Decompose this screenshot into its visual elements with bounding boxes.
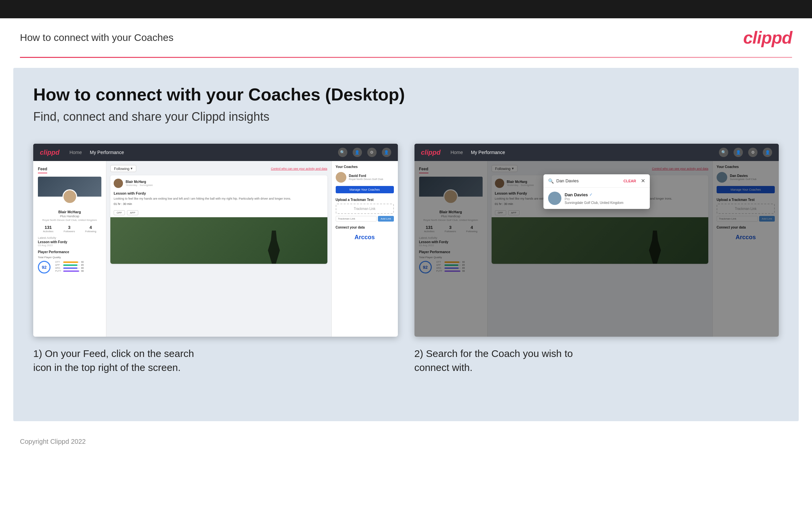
coaches-title: Your Coaches bbox=[336, 165, 394, 169]
settings-icon[interactable]: ⚙ bbox=[367, 148, 377, 157]
nav-home[interactable]: Home bbox=[69, 150, 82, 155]
result-info: Dan Davies ✓ Pro Sunningdale Golf Club, … bbox=[565, 192, 624, 205]
settings-icon-2[interactable]: ⚙ bbox=[748, 148, 758, 157]
header-divider bbox=[20, 57, 792, 58]
bar-arg: ARG 86 bbox=[55, 267, 84, 269]
connect-data-title: Connect your data bbox=[336, 225, 394, 229]
add-link-button[interactable]: Add Link bbox=[378, 216, 393, 221]
post-tags: OFF APP bbox=[110, 208, 327, 217]
browser-logo-1: clippd bbox=[40, 149, 59, 156]
search-icon-overlay: 🔍 bbox=[548, 178, 554, 184]
nav-icons-2: 🔍 👤 ⚙ 👤 bbox=[719, 148, 772, 157]
nav-home-2[interactable]: Home bbox=[450, 150, 463, 155]
bar-arg-val: 86 bbox=[81, 267, 84, 269]
stat-activities-label: Activities bbox=[43, 230, 53, 233]
stat-activities: 131 Activities bbox=[43, 225, 53, 233]
trackman-link-box: Trackman Link bbox=[336, 204, 394, 214]
stat-following-label: Following bbox=[85, 230, 96, 233]
screenshot-panel-1: clippd Home My Performance 🔍 👤 ⚙ 👤 bbox=[33, 144, 398, 375]
quality-circle: 92 bbox=[38, 261, 51, 273]
search-icon-2[interactable]: 🔍 bbox=[719, 148, 728, 157]
header: How to connect with your Coaches clippd bbox=[0, 18, 812, 57]
profile-name: Blair McHarg bbox=[38, 210, 101, 214]
feed-tab[interactable]: Feed bbox=[38, 167, 47, 173]
profile-location: Royal North Devon Golf Club, United King… bbox=[38, 219, 101, 221]
profile-icon[interactable]: 👤 bbox=[353, 148, 362, 157]
bar-ott-val: 90 bbox=[81, 261, 84, 263]
following-button[interactable]: Following ▾ bbox=[110, 165, 136, 172]
avatar bbox=[62, 189, 77, 204]
browser-nav-2: clippd Home My Performance 🔍 👤 ⚙ 👤 bbox=[415, 144, 779, 161]
bar-putt-track bbox=[63, 270, 80, 272]
post-header: Blair McHarg Yesterday · Sunnigdale bbox=[110, 175, 327, 191]
coach-item-1: David Ford Royal North Devon Golf Club bbox=[336, 172, 394, 183]
search-bar: 🔍 Dan Davies CLEAR ✕ bbox=[543, 174, 650, 187]
nav-my-performance[interactable]: My Performance bbox=[90, 150, 124, 155]
manage-coaches-button[interactable]: Manage Your Coaches bbox=[336, 186, 394, 193]
user-avatar-icon[interactable]: 👤 bbox=[382, 148, 391, 157]
browser-screenshot-2: clippd Home My Performance 🔍 👤 ⚙ 👤 bbox=[415, 144, 779, 337]
search-icon[interactable]: 🔍 bbox=[338, 148, 347, 157]
quality-bars: OTT 90 APP 85 ARG bbox=[55, 261, 84, 273]
close-icon[interactable]: ✕ bbox=[641, 178, 645, 184]
bar-app-val: 85 bbox=[81, 264, 84, 266]
golfer-silhouette bbox=[264, 230, 284, 264]
nav-links-2: Home My Performance bbox=[450, 150, 505, 155]
activity-date: 03 Aug 2022 bbox=[38, 244, 101, 247]
arccos-logo: Arccos bbox=[336, 231, 394, 244]
coach-name-1: David Ford bbox=[349, 174, 383, 178]
tag-app[interactable]: APP bbox=[127, 210, 138, 215]
post-card-1: Blair McHarg Yesterday · Sunnigdale Less… bbox=[110, 175, 327, 264]
result-name: Dan Davies bbox=[565, 192, 588, 197]
clippd-logo: clippd bbox=[743, 28, 792, 48]
profile-banner bbox=[38, 177, 101, 197]
stat-following: 4 Following bbox=[85, 225, 96, 233]
search-overlay: 🔍 Dan Davies CLEAR ✕ Dan Davies ✓ bbox=[543, 174, 650, 209]
coach-avatar-1 bbox=[336, 172, 346, 183]
main-title: How to connect with your Coaches (Deskto… bbox=[33, 85, 779, 104]
profile-icon-2[interactable]: 👤 bbox=[733, 148, 743, 157]
bar-ott: OTT 90 bbox=[55, 261, 84, 263]
stat-followers: 3 Followers bbox=[63, 225, 75, 233]
post-author-name: Blair McHarg bbox=[126, 180, 153, 184]
follow-row: Following ▾ Control who can see your act… bbox=[110, 165, 327, 172]
browser-nav-1: clippd Home My Performance 🔍 👤 ⚙ 👤 bbox=[33, 144, 398, 161]
total-quality-label: Total Player Quality bbox=[38, 256, 101, 259]
page-title: How to connect with your Coaches bbox=[20, 32, 174, 43]
tag-off[interactable]: OFF bbox=[114, 210, 125, 215]
trackman-link-input[interactable] bbox=[336, 216, 377, 221]
clear-button[interactable]: CLEAR bbox=[624, 179, 636, 183]
footer: Copyright Clippd 2022 bbox=[0, 431, 812, 452]
post-image bbox=[110, 217, 327, 264]
bar-putt-val: 96 bbox=[81, 270, 84, 272]
footer-copyright: Copyright Clippd 2022 bbox=[20, 438, 86, 445]
post-author-info: Blair McHarg Yesterday · Sunnigdale bbox=[126, 180, 153, 186]
main-content: How to connect with your Coaches (Deskto… bbox=[13, 68, 799, 421]
main-subtitle: Find, connect and share your Clippd insi… bbox=[33, 110, 779, 124]
screenshots-row: clippd Home My Performance 🔍 👤 ⚙ 👤 bbox=[33, 144, 779, 375]
coach-club-1: Royal North Devon Golf Club bbox=[349, 178, 383, 181]
chevron-icon: ▾ bbox=[131, 166, 133, 171]
stat-following-num: 4 bbox=[85, 225, 96, 230]
step-2-description: 2) Search for the Coach you wish toconne… bbox=[415, 347, 779, 375]
verified-icon: ✓ bbox=[589, 192, 592, 197]
bar-putt-label: PUTT bbox=[55, 270, 62, 272]
post-text: Looking to feel like my hands are exitin… bbox=[114, 197, 324, 201]
nav-icons-1: 🔍 👤 ⚙ 👤 bbox=[338, 148, 391, 157]
bar-app-track bbox=[63, 264, 80, 266]
activity-title: Lesson with Fordy bbox=[38, 240, 101, 244]
bar-arg-fill bbox=[63, 267, 78, 269]
user-avatar-icon-2[interactable]: 👤 bbox=[763, 148, 772, 157]
control-link[interactable]: Control who can see your activity and da… bbox=[271, 167, 327, 170]
step-1-text: 1) On your Feed, click on the searchicon… bbox=[33, 348, 194, 373]
stat-activities-num: 131 bbox=[43, 225, 53, 230]
browser-content-1: Feed Blair McHarg Plus Handicap Royal No… bbox=[33, 161, 398, 337]
trackman-input-row: Add Link bbox=[336, 216, 394, 221]
nav-my-performance-2[interactable]: My Performance bbox=[471, 150, 505, 155]
search-result-item[interactable]: Dan Davies ✓ Pro Sunningdale Golf Club, … bbox=[543, 187, 650, 209]
bar-putt-fill bbox=[63, 270, 79, 272]
latest-activity-label: Latest Activity bbox=[38, 236, 101, 240]
search-input-value[interactable]: Dan Davies bbox=[557, 178, 621, 183]
result-club: Sunningdale Golf Club, United Kingdom bbox=[565, 201, 624, 205]
stats-row: 131 Activities 3 Followers 4 Following bbox=[38, 225, 101, 233]
